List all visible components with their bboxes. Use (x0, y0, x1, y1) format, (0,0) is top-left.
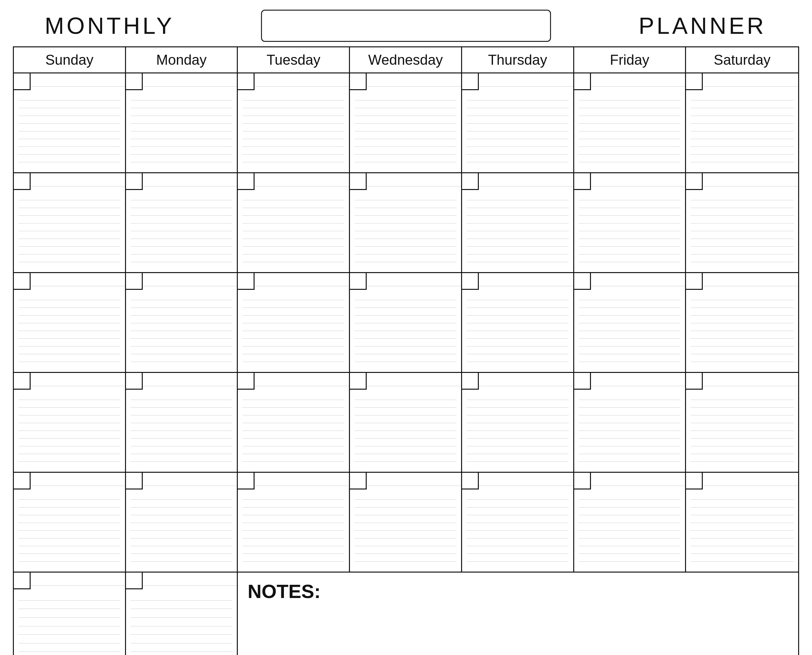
date-box (238, 74, 254, 90)
week4-friday[interactable] (574, 372, 686, 472)
week2-thursday[interactable] (462, 172, 574, 272)
planner-label: PLANNER (606, 12, 799, 39)
date-box (686, 74, 703, 90)
date-box (686, 273, 703, 290)
calendar-grid (13, 72, 799, 572)
date-box (686, 173, 703, 190)
planner-wrapper: MONTHLY PLANNER Sunday Monday Tuesday We… (6, 0, 806, 655)
date-box (462, 74, 479, 90)
week3-tuesday[interactable] (238, 272, 350, 372)
date-box (238, 473, 254, 489)
date-box (686, 373, 703, 390)
week1-tuesday[interactable] (238, 72, 350, 172)
week3-wednesday[interactable] (350, 272, 462, 372)
week2-saturday[interactable] (686, 172, 798, 272)
date-box (238, 173, 254, 190)
monthly-label: MONTHLY (13, 12, 206, 39)
week4-sunday[interactable] (14, 372, 126, 472)
date-box (126, 373, 143, 390)
date-box (126, 173, 143, 190)
title-input-box[interactable] (261, 10, 551, 42)
date-box (574, 273, 591, 290)
week1-saturday[interactable] (686, 72, 798, 172)
week5-monday[interactable] (126, 472, 238, 572)
week1-sunday[interactable] (14, 72, 126, 172)
week5-thursday[interactable] (462, 472, 574, 572)
week2-monday[interactable] (126, 172, 238, 272)
date-box (350, 74, 367, 90)
date-box (14, 473, 31, 489)
header-wednesday: Wednesday (350, 47, 462, 72)
week3-thursday[interactable] (462, 272, 574, 372)
date-box (126, 573, 143, 589)
notes-row: NOTES: (13, 572, 799, 655)
date-box (686, 473, 703, 489)
date-box (126, 273, 143, 290)
header-thursday: Thursday (462, 47, 574, 72)
header-saturday: Saturday (686, 47, 798, 72)
date-box (462, 373, 479, 390)
notes-label: NOTES: (248, 580, 320, 603)
header-friday: Friday (574, 47, 686, 72)
week2-sunday[interactable] (14, 172, 126, 272)
header-monday: Monday (126, 47, 238, 72)
date-box (14, 173, 31, 190)
week4-wednesday[interactable] (350, 372, 462, 472)
header: MONTHLY PLANNER (13, 6, 799, 45)
week5-wednesday[interactable] (350, 472, 462, 572)
date-box (14, 273, 31, 290)
date-box (126, 74, 143, 90)
date-box (462, 273, 479, 290)
week3-monday[interactable] (126, 272, 238, 372)
header-tuesday: Tuesday (238, 47, 350, 72)
date-box (574, 173, 591, 190)
date-box (574, 473, 591, 489)
day-headers-row: Sunday Monday Tuesday Wednesday Thursday… (13, 46, 799, 72)
week1-wednesday[interactable] (350, 72, 462, 172)
date-box (238, 273, 254, 290)
date-box (574, 373, 591, 390)
week3-saturday[interactable] (686, 272, 798, 372)
notes-section: NOTES: (238, 573, 798, 655)
week1-friday[interactable] (574, 72, 686, 172)
date-box (462, 173, 479, 190)
week3-friday[interactable] (574, 272, 686, 372)
date-box (126, 473, 143, 489)
date-box (462, 473, 479, 489)
notes-monday[interactable] (126, 573, 238, 655)
week2-tuesday[interactable] (238, 172, 350, 272)
week1-thursday[interactable] (462, 72, 574, 172)
week4-tuesday[interactable] (238, 372, 350, 472)
week2-wednesday[interactable] (350, 172, 462, 272)
date-box (350, 173, 367, 190)
date-box (14, 373, 31, 390)
date-box (350, 473, 367, 489)
date-box (14, 573, 31, 589)
week4-monday[interactable] (126, 372, 238, 472)
week5-tuesday[interactable] (238, 472, 350, 572)
week4-thursday[interactable] (462, 372, 574, 472)
date-box (14, 74, 31, 90)
week3-sunday[interactable] (14, 272, 126, 372)
week5-friday[interactable] (574, 472, 686, 572)
week2-friday[interactable] (574, 172, 686, 272)
notes-sunday[interactable] (14, 573, 126, 655)
date-box (350, 273, 367, 290)
date-box (574, 74, 591, 90)
date-box (238, 373, 254, 390)
date-box (350, 373, 367, 390)
week4-saturday[interactable] (686, 372, 798, 472)
week5-sunday[interactable] (14, 472, 126, 572)
week1-monday[interactable] (126, 72, 238, 172)
header-sunday: Sunday (14, 47, 126, 72)
week5-saturday[interactable] (686, 472, 798, 572)
